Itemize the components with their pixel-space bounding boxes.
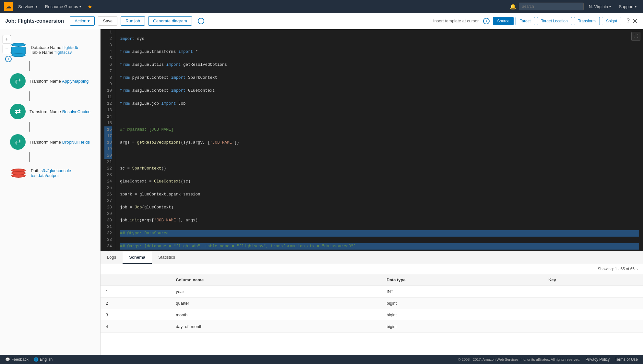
drop-null-fields-node[interactable]: ⇄ Transform Name DropNullFields xyxy=(5,132,101,152)
schema-table: Column name Data type Key 1 year INT 2 q… xyxy=(101,274,643,333)
resource-groups-chevron-icon: ▾ xyxy=(79,5,81,8)
database-node[interactable]: Database Name flightsdb Table Name fligh… xyxy=(5,39,101,61)
column-name-cell: year xyxy=(171,286,381,298)
info-icon[interactable]: i xyxy=(198,18,204,24)
zoom-out-button[interactable]: − xyxy=(3,45,11,53)
resolve-choice-label: Transform Name ResolveChoice xyxy=(30,109,90,114)
database-node-label: Database Name flightsdb Table Name fligh… xyxy=(31,45,78,55)
key-cell xyxy=(543,286,643,298)
language-button[interactable]: 🌐 English xyxy=(34,357,53,362)
code-content[interactable]: import sys from awsglue.transforms impor… xyxy=(116,29,643,251)
template-buttons: Source Target Target Location Transform … xyxy=(493,17,621,25)
drop-null-fields-icon: ⇄ xyxy=(10,134,26,150)
expand-editor-button[interactable]: ⛶ xyxy=(631,32,640,41)
run-job-button[interactable]: Run job xyxy=(121,16,145,26)
code-editor[interactable]: ⛶ 1 2 3 4 5 6 7 8 9 10 11 12 13 14 15 16… xyxy=(101,29,643,251)
privacy-policy-link[interactable]: Privacy Policy xyxy=(586,357,610,362)
output-icon xyxy=(10,165,27,182)
notifications-bell-icon[interactable]: 🔔 xyxy=(510,4,516,10)
connector-4 xyxy=(29,152,30,162)
row-number: 1 xyxy=(101,286,171,298)
resource-groups-nav[interactable]: Resource Groups ▾ xyxy=(42,3,84,10)
services-nav[interactable]: Services ▾ xyxy=(16,3,40,10)
job-title: Job: Flights-conversion xyxy=(5,18,64,24)
data-type-cell: bigint xyxy=(381,309,543,321)
table-row: 1 year INT xyxy=(101,286,643,298)
col-type-header: Data type xyxy=(381,274,543,286)
main-content: + − i Database Name flightsdb Table Name… xyxy=(0,29,643,355)
tab-statistics[interactable]: Statistics xyxy=(152,252,182,264)
feedback-icon: 💬 xyxy=(5,357,10,362)
support-menu[interactable]: Support ▾ xyxy=(616,3,639,10)
right-panel: ⛶ 1 2 3 4 5 6 7 8 9 10 11 12 13 14 15 16… xyxy=(101,29,643,355)
apply-mapping-node[interactable]: ⇄ Transform Name ApplyMapping xyxy=(5,71,101,91)
region-selector[interactable]: N. Virginia ▾ xyxy=(586,3,614,10)
bottom-tabs: Logs Schema Statistics xyxy=(101,252,643,264)
insert-info-icon[interactable]: i xyxy=(483,18,490,24)
column-name-cell: day_of_month xyxy=(171,321,381,333)
output-node[interactable]: Path s3://glueconsole-testdata/output xyxy=(5,162,101,184)
region-chevron-icon: ▾ xyxy=(609,5,611,8)
spigot-button[interactable]: Spigot xyxy=(602,17,621,25)
col-num-header xyxy=(101,274,171,286)
connector-1 xyxy=(29,61,30,71)
connector-2 xyxy=(29,91,30,101)
globe-icon: 🌐 xyxy=(34,357,39,362)
tab-schema[interactable]: Schema xyxy=(123,252,152,264)
target-button[interactable]: Target xyxy=(516,17,535,25)
diagram-info-icon[interactable]: i xyxy=(5,56,12,62)
tab-logs[interactable]: Logs xyxy=(101,252,123,264)
bottom-content: Showing: 1 - 65 of 65 › Column name Data… xyxy=(101,264,643,355)
action-chevron-icon: ▾ xyxy=(88,18,90,23)
action-button[interactable]: Action ▾ xyxy=(70,16,95,26)
job-header: Job: Flights-conversion Action ▾ Save Ru… xyxy=(0,13,643,29)
flow-controls: + − i xyxy=(3,35,12,62)
key-cell xyxy=(543,309,643,321)
apply-mapping-label: Transform Name ApplyMapping xyxy=(30,79,89,84)
close-icon[interactable]: ✕ xyxy=(632,17,638,25)
table-row: 3 month bigint xyxy=(101,309,643,321)
diagram-sidebar: + − i Database Name flightsdb Table Name… xyxy=(0,29,101,355)
terms-of-use-link[interactable]: Terms of Use xyxy=(615,357,638,362)
search-input[interactable] xyxy=(519,3,584,10)
aws-logo: ☁ xyxy=(4,2,13,11)
footer: 💬 Feedback 🌐 English © 2008 - 2017, Amaz… xyxy=(0,355,643,364)
transform-button[interactable]: Transform xyxy=(574,17,600,25)
copyright-text: © 2008 - 2017, Amazon Web Services, Inc.… xyxy=(458,358,580,361)
feedback-button[interactable]: 💬 Feedback xyxy=(5,357,29,362)
code-gutter: 1 2 3 4 5 6 7 8 9 10 11 12 13 14 15 16 1… xyxy=(101,29,116,251)
services-chevron-icon: ▾ xyxy=(36,5,37,8)
source-button[interactable]: Source xyxy=(493,17,514,25)
key-cell xyxy=(543,298,643,309)
header-icons: ? ✕ xyxy=(626,17,638,25)
help-icon[interactable]: ? xyxy=(626,18,630,24)
data-type-cell: INT xyxy=(381,286,543,298)
col-name-header: Column name xyxy=(171,274,381,286)
resolve-choice-node[interactable]: ⇄ Transform Name ResolveChoice xyxy=(5,101,101,122)
key-cell xyxy=(543,321,643,333)
top-navigation: ☁ Services ▾ Resource Groups ▾ ★ 🔔 N. Vi… xyxy=(0,0,643,13)
generate-diagram-button[interactable]: Generate diagram xyxy=(148,16,192,26)
showing-label: Showing: 1 - 65 of 65 › xyxy=(101,264,643,274)
target-location-button[interactable]: Target Location xyxy=(537,17,572,25)
diagram-inner: + − i Database Name flightsdb Table Name… xyxy=(0,32,100,187)
resolve-choice-icon: ⇄ xyxy=(10,104,26,119)
table-row: 2 quarter bigint xyxy=(101,298,643,309)
insert-template-label: Insert template at cursor i xyxy=(433,18,490,24)
zoom-in-button[interactable]: + xyxy=(3,35,11,43)
database-icon xyxy=(10,41,27,58)
row-number: 2 xyxy=(101,298,171,309)
col-key-header: Key xyxy=(543,274,643,286)
data-type-cell: bigint xyxy=(381,321,543,333)
showing-chevron-icon: › xyxy=(637,267,638,271)
output-node-label: Path s3://glueconsole-testdata/output xyxy=(31,168,100,178)
table-row: 4 day_of_month bigint xyxy=(101,321,643,333)
drop-null-fields-label: Transform Name DropNullFields xyxy=(30,140,90,145)
support-chevron-icon: ▾ xyxy=(635,5,637,8)
column-name-cell: month xyxy=(171,309,381,321)
favorites-star-icon[interactable]: ★ xyxy=(88,4,92,10)
apply-mapping-icon: ⇄ xyxy=(10,73,26,89)
row-number: 4 xyxy=(101,321,171,333)
save-button[interactable]: Save xyxy=(98,16,117,26)
column-name-cell: quarter xyxy=(171,298,381,309)
